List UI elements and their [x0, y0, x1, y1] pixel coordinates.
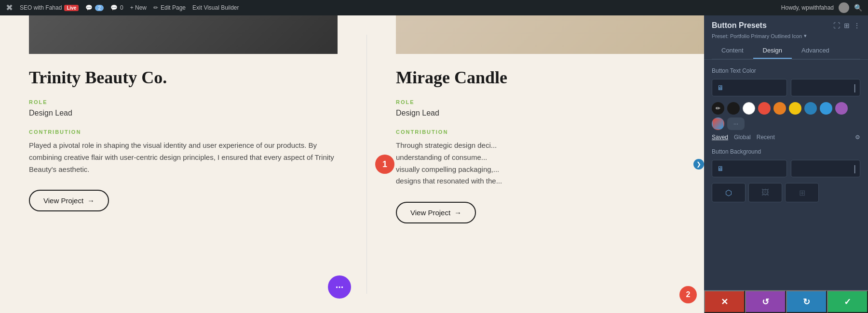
button-bg-label: Button Background: [712, 148, 860, 155]
avatar: [839, 2, 849, 13]
card1-view-project-button[interactable]: View Project →: [29, 190, 109, 211]
site-name[interactable]: SEO with Fahad Live: [20, 4, 79, 11]
more-options-icon[interactable]: ⋮: [854, 22, 860, 29]
comment-bubble-icon: 💬: [110, 4, 118, 11]
text-color-input-row: 🖥 |: [712, 79, 860, 96]
cursor-icon: |: [854, 83, 856, 93]
floating-menu-button[interactable]: ···: [328, 275, 351, 299]
notifications-count: 2: [95, 5, 104, 11]
undo-button[interactable]: ↺: [745, 290, 786, 313]
bg-image-icon-box[interactable]: 🖼: [748, 183, 782, 202]
comments-count: 0: [120, 4, 123, 11]
color-tab-recent[interactable]: Recent: [757, 134, 775, 141]
swatch-gradient[interactable]: [712, 117, 724, 130]
bg-color-value-box[interactable]: |: [791, 160, 860, 177]
swatch-white[interactable]: [743, 102, 755, 115]
side-handle[interactable]: ❯: [693, 159, 704, 170]
wp-logo-icon: ✖: [6, 2, 13, 13]
admin-bar-left: ✖ SEO with Fahad Live 💬 2 💬 0 + New ✏ Ed…: [6, 2, 773, 13]
swatch-purple[interactable]: [835, 102, 848, 115]
tab-content[interactable]: Content: [712, 43, 753, 59]
color-tab-global[interactable]: Global: [734, 134, 751, 141]
card1-contribution-label: CONTRIBUTION: [29, 129, 338, 135]
tab-advanced[interactable]: Advanced: [792, 43, 839, 59]
exit-builder-item[interactable]: Exit Visual Builder: [192, 4, 239, 11]
panel-body: Button Text Color 🖥 | ✏: [704, 60, 868, 290]
card2-view-project-label: View Project: [410, 209, 450, 217]
swatch-blue2[interactable]: [820, 102, 832, 115]
text-color-input-box[interactable]: 🖥: [712, 79, 787, 96]
panel-title-icons: ⛶ ⊞ ⋮: [833, 22, 860, 29]
swatch-orange[interactable]: [773, 102, 786, 115]
card2-role-value: Design Lead: [396, 109, 705, 117]
card1-view-project-label: View Project: [43, 196, 83, 205]
edit-page-label: Edit Page: [161, 4, 186, 11]
new-item[interactable]: + New: [130, 4, 147, 11]
button-text-color-label: Button Text Color: [712, 67, 860, 74]
comments-item[interactable]: 💬 0: [110, 4, 123, 11]
gradient-icon: ⬡: [725, 188, 732, 197]
panel-preset-row: Preset: Portfolio Primary Outlined Icon …: [712, 33, 860, 39]
card2-contribution-text: Through strategic design deci...understa…: [396, 140, 705, 187]
monitor-icon: 🖥: [717, 84, 724, 91]
confirm-button[interactable]: ✓: [827, 290, 868, 313]
admin-bar-right: Howdy, wpwithfahad 🔍: [781, 2, 862, 13]
bg-input-row: 🖥 |: [712, 160, 860, 177]
notifications-item[interactable]: 💬 2: [85, 4, 104, 11]
swatch-black[interactable]: [727, 102, 740, 115]
pattern-icon: ⊞: [799, 188, 805, 197]
bg-monitor-icon: 🖥: [717, 165, 724, 172]
floating-menu-icon: ···: [336, 282, 344, 293]
color-swatches: ✏ ···: [712, 102, 860, 130]
card2-role-label: ROLE: [396, 99, 705, 105]
expand-icon[interactable]: ⛶: [833, 22, 840, 29]
button-presets-panel: Button Presets ⛶ ⊞ ⋮ Preset: Portfolio P…: [704, 15, 868, 313]
bg-color-input-box[interactable]: 🖥: [712, 160, 787, 177]
more-swatches[interactable]: ···: [727, 117, 745, 130]
main-content: Trinity Beauty Co. ROLE Design Lead CONT…: [0, 15, 868, 313]
pencil-icon: ✏: [153, 4, 158, 11]
card2-arrow-icon: →: [454, 209, 461, 217]
swatch-blue[interactable]: [804, 102, 817, 115]
bg-pattern-icon-box[interactable]: ⊞: [785, 183, 819, 202]
badge-1: 1: [375, 155, 394, 174]
redo-button[interactable]: ↻: [786, 290, 827, 313]
panel-footer: ✕ ↺ ↻ ✓: [704, 290, 868, 313]
pen-swatch[interactable]: ✏: [712, 102, 724, 115]
search-icon[interactable]: 🔍: [854, 4, 862, 12]
portfolio-card-2: Mirage Candle ROLE Design Lead CONTRIBUT…: [367, 15, 733, 313]
exit-builder-label: Exit Visual Builder: [192, 4, 239, 11]
preset-arrow-icon[interactable]: ▾: [804, 33, 807, 39]
swatch-red[interactable]: [758, 102, 771, 115]
color-tabs: Saved Global Recent ⚙: [712, 134, 860, 141]
bg-gradient-icon-box[interactable]: ⬡: [712, 183, 746, 202]
badge-2: 2: [679, 286, 697, 303]
image-icon: 🖼: [761, 188, 769, 197]
cancel-button[interactable]: ✕: [704, 290, 745, 313]
live-badge: Live: [64, 5, 79, 11]
card1-role-label: ROLE: [29, 99, 338, 105]
card2-view-project-button[interactable]: View Project →: [396, 202, 476, 223]
site-name-label: SEO with Fahad: [20, 4, 62, 11]
new-label: + New: [130, 4, 147, 11]
panel-title-row: Button Presets ⛶ ⊞ ⋮: [712, 21, 860, 30]
admin-bar: ✖ SEO with Fahad Live 💬 2 💬 0 + New ✏ Ed…: [0, 0, 868, 15]
bg-icon-group: ⬡ 🖼 ⊞: [712, 183, 860, 202]
color-tab-saved[interactable]: Saved: [712, 134, 728, 141]
panel-title: Button Presets: [712, 21, 767, 30]
columns-icon[interactable]: ⊞: [844, 22, 850, 29]
howdy-text: Howdy, wpwithfahad: [781, 4, 834, 11]
card2-image: [396, 15, 705, 54]
edit-page-item[interactable]: ✏ Edit Page: [153, 4, 186, 11]
portfolio-card-1: Trinity Beauty Co. ROLE Design Lead CONT…: [0, 15, 366, 313]
card1-image: [29, 15, 338, 54]
tab-design[interactable]: Design: [753, 43, 792, 59]
color-settings-gear-icon[interactable]: ⚙: [855, 134, 860, 141]
swatch-yellow[interactable]: [789, 102, 801, 115]
card1-arrow-icon: →: [87, 196, 95, 205]
card1-title: Trinity Beauty Co.: [29, 67, 338, 88]
comment-icon: 💬: [85, 4, 93, 11]
card2-title: Mirage Candle: [396, 67, 705, 88]
text-color-value-box[interactable]: |: [791, 79, 860, 96]
preset-label: Preset: Portfolio Primary Outlined Icon: [712, 33, 802, 39]
